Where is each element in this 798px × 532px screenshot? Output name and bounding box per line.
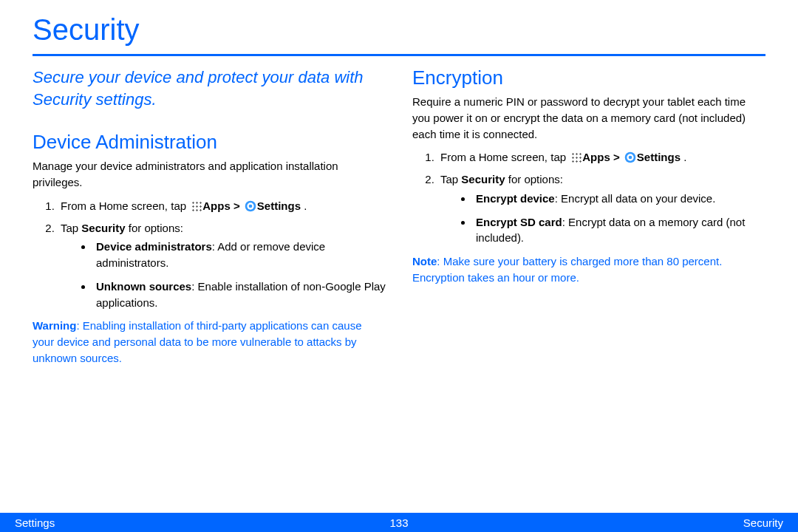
settings-label: Settings — [637, 151, 681, 163]
list-item: Encrypt device: Encrypt all data on your… — [473, 191, 765, 207]
page-footer: Settings 133 Security — [0, 513, 798, 532]
option-name: Unknown sources — [96, 280, 191, 293]
footer-page-number: 133 — [389, 516, 408, 529]
page-tagline: Secure your device and protect your data… — [33, 66, 386, 110]
option-desc: : Encrypt all data on your device. — [555, 192, 716, 205]
step-suffix: for options: — [505, 173, 563, 185]
step-suffix: . — [681, 151, 686, 163]
warning-text: : Enabling installation of third-party a… — [33, 319, 362, 364]
apps-icon — [191, 200, 202, 211]
svg-point-2 — [249, 205, 253, 208]
left-column: Secure your device and protect your data… — [33, 66, 386, 366]
step-bold: Security — [461, 173, 505, 185]
content-columns: Secure your device and protect your data… — [0, 56, 798, 366]
page-title: Security — [0, 0, 798, 54]
step-bold: Security — [81, 222, 125, 234]
section-heading-device-admin: Device Administration — [33, 131, 386, 154]
option-name: Device administrators — [96, 240, 212, 253]
step-text: Tap — [440, 173, 461, 185]
step-text: From a Home screen, tap — [61, 200, 189, 212]
option-name: Encrypt device — [476, 192, 555, 205]
encryption-intro: Require a numeric PIN or password to dec… — [412, 94, 765, 142]
step-text: From a Home screen, tap — [440, 151, 569, 163]
device-admin-intro: Manage your device administrators and ap… — [33, 158, 386, 191]
option-name: Encrypt SD card — [476, 216, 562, 228]
warning-note: Warning: Enabling installation of third-… — [33, 318, 386, 366]
settings-icon — [245, 200, 256, 212]
encryption-note: Note: Make sure your battery is charged … — [412, 253, 765, 286]
step-item: From a Home screen, tap Apps > Settings … — [437, 149, 765, 166]
step-suffix: . — [301, 200, 307, 212]
step-text: Tap — [61, 222, 81, 234]
right-column: Encryption Require a numeric PIN or pass… — [412, 66, 765, 366]
list-item: Encrypt SD card: Encrypt data on a memor… — [473, 214, 765, 247]
settings-icon — [624, 151, 636, 163]
device-admin-steps: From a Home screen, tap Apps > Settings … — [33, 198, 386, 311]
apps-icon — [570, 151, 582, 163]
step-item: Tap Security for options: Device adminis… — [58, 220, 386, 311]
device-admin-options: Device administrators: Add or remove dev… — [61, 239, 386, 310]
svg-point-5 — [629, 156, 632, 160]
note-label: Note — [412, 255, 437, 267]
footer-right: Security — [743, 516, 783, 529]
warning-label: Warning — [33, 319, 76, 332]
apps-label: Apps > — [582, 151, 623, 163]
section-heading-encryption: Encryption — [412, 66, 765, 89]
step-suffix: for options: — [126, 222, 183, 234]
list-item: Device administrators: Add or remove dev… — [93, 239, 386, 271]
encryption-options: Encrypt device: Encrypt all data on your… — [440, 191, 765, 246]
apps-label: Apps > — [202, 200, 243, 212]
settings-label: Settings — [257, 200, 301, 212]
list-item: Unknown sources: Enable installation of … — [93, 279, 386, 311]
encryption-steps: From a Home screen, tap Apps > Settings … — [412, 149, 765, 246]
note-text: : Make sure your battery is charged more… — [412, 255, 722, 284]
step-item: From a Home screen, tap Apps > Settings … — [58, 198, 386, 214]
footer-left: Settings — [15, 516, 55, 529]
step-item: Tap Security for options: Encrypt device… — [437, 171, 765, 246]
